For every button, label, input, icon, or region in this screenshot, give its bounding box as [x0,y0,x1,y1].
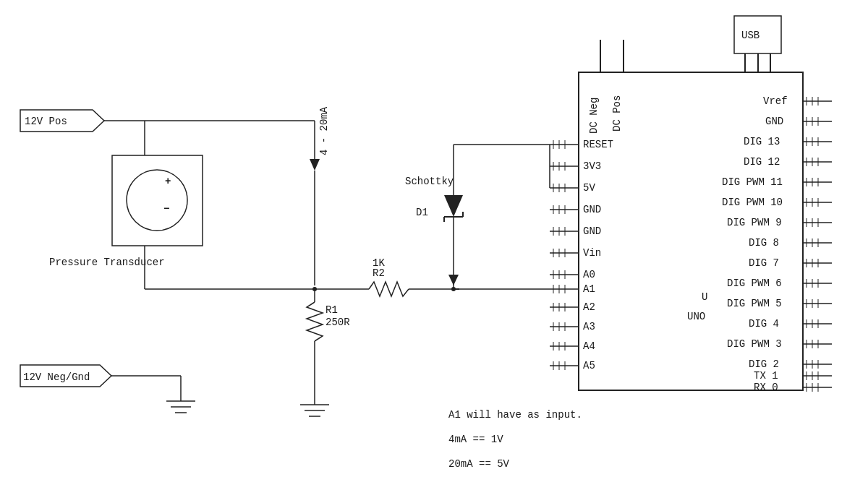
3v3-label: 3V3 [583,160,601,172]
svg-point-161 [127,170,187,231]
pressure-transducer-label: Pressure Transducer [49,257,165,268]
r1-ref-label: R1 [326,304,338,316]
plus-icon: + [165,176,171,187]
vin-label: Vin [583,247,601,259]
dig7-label: DIG 7 [749,257,779,269]
arduino-uno-label: UNO [687,311,705,322]
dig13-label: DIG 13 [744,136,780,147]
gnd1-label: GND [583,204,601,215]
dig4-label: DIG 4 [749,318,779,330]
r1-val-label: 250R [326,317,350,328]
d1-label: D1 [416,207,428,218]
12v-pos-label: 12V Pos [25,116,67,127]
a4-label: A4 [583,340,595,352]
dig-pwm10-label: DIG PWM 10 [722,197,783,208]
a2-label: A2 [583,301,595,313]
5v-label: 5V [583,182,595,194]
reset-label: RESET [583,139,613,150]
dig-pwm6-label: DIG PWM 6 [727,278,782,289]
dig-pwm5-label: DIG PWM 5 [727,298,782,309]
r2-ref-label: R2 [373,267,385,279]
r2-val-label: 1K [373,257,385,269]
minus-icon: − [163,203,169,215]
12v-neg-label: 12V Neg/Gnd [23,371,90,383]
gnd2-label: GND [583,225,601,237]
arduino-u-label: U [702,291,707,303]
dig8-label: DIG 8 [749,237,779,249]
a1-label: A1 [583,283,595,295]
dc-neg-label: DC Neg [588,98,600,134]
dig12-label: DIG 12 [744,156,780,168]
note2-text: 4mA == 1V [448,434,503,445]
a3-label: A3 [583,321,595,332]
vref-label: Vref [763,95,788,107]
dig2-label: DIG 2 [749,358,779,370]
gnd-right-label: GND [765,116,783,127]
note3-text: 20mA == 5V [448,458,510,470]
a5-label: A5 [583,360,595,371]
dig-pwm11-label: DIG PWM 11 [722,176,783,188]
note1-text: A1 will have as input. [448,409,582,421]
usb-label: USB [741,30,760,41]
dig-pwm9-label: DIG PWM 9 [727,217,782,228]
tx1-label: TX 1 [754,370,778,382]
rx0-label: RX 0 [754,382,778,393]
a0-label: A0 [583,269,595,280]
dc-pos-label: DC Pos [611,95,623,132]
current-range-label: 4 - 20mA [318,106,330,155]
schottky-label: Schottky [405,176,454,187]
dig-pwm3-label: DIG PWM 3 [727,338,782,350]
